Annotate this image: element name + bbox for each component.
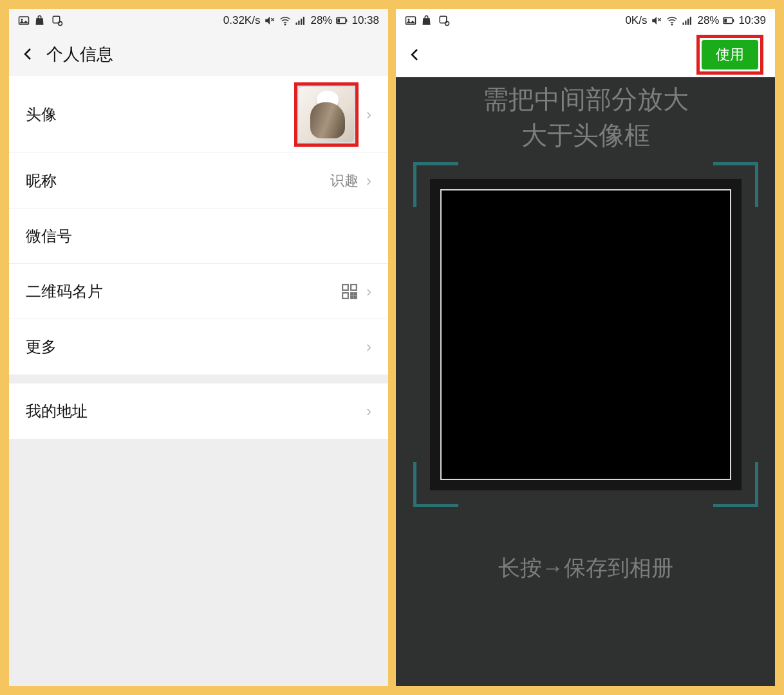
svg-rect-16	[342, 293, 348, 299]
wifi-icon	[279, 15, 291, 26]
svg-point-24	[445, 22, 449, 26]
nickname-value: 识趣	[330, 171, 359, 190]
svg-rect-31	[690, 17, 691, 25]
screenshot-icon	[51, 15, 63, 26]
row-label: 二维码名片	[26, 281, 103, 302]
svg-rect-30	[687, 19, 689, 25]
chevron-right-icon: ›	[366, 338, 371, 356]
status-bar: 0K/s 28% 10:39	[396, 9, 775, 32]
hint-line-2: 大于头像框	[483, 117, 689, 153]
row-label: 微信号	[26, 226, 72, 246]
back-button[interactable]	[21, 46, 36, 62]
svg-point-3	[59, 22, 62, 26]
svg-rect-12	[338, 19, 341, 23]
row-address[interactable]: 我的地址 ›	[9, 384, 388, 439]
net-speed: 0.32K/s	[223, 14, 261, 27]
use-button-highlight: 使用	[696, 35, 763, 75]
svg-rect-7	[296, 23, 297, 25]
battery-pct: 28%	[697, 14, 719, 27]
svg-rect-29	[686, 21, 687, 25]
svg-rect-19	[351, 296, 353, 298]
bag-icon	[422, 15, 433, 26]
svg-point-6	[285, 24, 286, 25]
left-screenshot: 0.32K/s 28% 10:38 个人信息 头像 › 昵称	[9, 9, 388, 686]
svg-rect-20	[355, 296, 357, 298]
blank-area	[9, 439, 388, 686]
row-label: 我的地址	[26, 401, 88, 422]
clock: 10:38	[351, 14, 379, 27]
signal-icon	[682, 15, 693, 26]
svg-rect-17	[351, 293, 353, 295]
bag-icon	[35, 15, 46, 26]
svg-rect-10	[303, 17, 304, 25]
signal-icon	[295, 15, 306, 26]
svg-rect-8	[299, 21, 300, 25]
status-bar: 0.32K/s 28% 10:38	[9, 9, 388, 32]
back-button[interactable]	[407, 47, 423, 62]
svg-point-1	[21, 19, 23, 21]
settings-list-2: 我的地址 ›	[9, 384, 388, 439]
battery-pct: 28%	[310, 14, 332, 27]
row-label: 昵称	[26, 171, 57, 191]
bottom-hint: 长按→保存到相册	[498, 553, 673, 583]
svg-rect-13	[346, 19, 348, 23]
avatar-image[interactable]	[299, 87, 354, 142]
svg-point-22	[408, 19, 410, 21]
hint-text: 需把中间部分放大 大于头像框	[483, 81, 689, 153]
net-speed: 0K/s	[625, 14, 647, 27]
svg-rect-14	[342, 284, 348, 290]
battery-icon	[723, 15, 734, 26]
chevron-right-icon: ›	[366, 106, 371, 124]
svg-rect-18	[355, 293, 357, 295]
qrcode-icon	[341, 283, 359, 301]
svg-rect-33	[725, 19, 727, 23]
nav-bar: 个人信息	[9, 32, 388, 76]
crop-area[interactable]	[418, 167, 753, 502]
row-wechatid[interactable]: 微信号 ›	[9, 208, 388, 264]
crop-image[interactable]	[440, 189, 731, 480]
crop-stage: 需把中间部分放大 大于头像框 长按→保存到相册	[396, 77, 775, 686]
svg-rect-9	[301, 19, 302, 25]
image-icon	[18, 15, 30, 26]
svg-rect-34	[733, 19, 734, 23]
chevron-right-icon: ›	[366, 402, 371, 420]
svg-rect-28	[683, 23, 684, 25]
settings-list: 头像 › 昵称 识趣 › 微信号 › 二维码名片	[9, 76, 388, 375]
mute-icon	[651, 15, 662, 26]
row-nickname[interactable]: 昵称 识趣 ›	[9, 153, 388, 208]
avatar-highlight	[294, 82, 359, 147]
mute-icon	[264, 15, 275, 26]
chevron-right-icon: ›	[366, 172, 371, 190]
svg-point-27	[672, 24, 673, 25]
row-more[interactable]: 更多 ›	[9, 319, 388, 375]
row-qrcode[interactable]: 二维码名片 ›	[9, 264, 388, 319]
clock: 10:39	[738, 14, 766, 27]
use-button[interactable]: 使用	[702, 40, 758, 70]
page-title: 个人信息	[46, 43, 113, 66]
svg-rect-15	[351, 284, 357, 290]
chevron-right-icon: ›	[366, 283, 371, 301]
right-screenshot: 0K/s 28% 10:39 使用 需把中间部分放大 大于头像框	[396, 9, 775, 686]
row-label: 更多	[26, 337, 57, 357]
screenshot-icon	[438, 15, 450, 26]
section-gap	[9, 375, 388, 384]
hint-line-1: 需把中间部分放大	[483, 81, 689, 117]
row-avatar[interactable]: 头像 ›	[9, 76, 388, 153]
battery-icon	[336, 15, 348, 26]
nav-bar: 使用	[396, 32, 775, 77]
row-label: 头像	[26, 104, 57, 125]
wifi-icon	[666, 15, 678, 26]
image-icon	[405, 15, 416, 26]
